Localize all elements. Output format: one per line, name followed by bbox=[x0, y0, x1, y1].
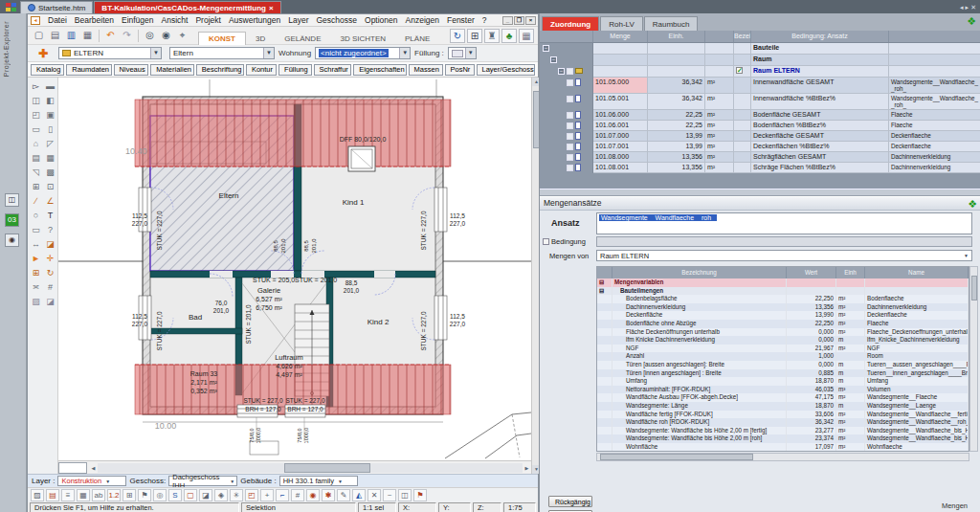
mengen-row[interactable]: Türen [innen angeschlagen] : Breite0,885… bbox=[597, 369, 969, 378]
menu-item-bearbeiten[interactable]: Bearbeiten bbox=[71, 15, 118, 25]
mirror-tool-icon[interactable]: ≍ bbox=[29, 280, 43, 294]
gebaeude-combo[interactable]: HH 330.1 family▼ bbox=[279, 476, 358, 486]
catalog-book-icon[interactable]: ◫ bbox=[5, 193, 19, 207]
mengen-row[interactable]: Wandfläche fertig [FFOK-RDUK]33,606m²Wan… bbox=[597, 411, 969, 419]
save-icon[interactable]: ▥ bbox=[64, 29, 78, 42]
menu-item-einfgen[interactable]: Einfügen bbox=[118, 15, 158, 25]
rect-tool-icon[interactable]: ▭ bbox=[29, 223, 43, 236]
wall-tool-icon[interactable]: ▬ bbox=[43, 79, 57, 93]
ceiling-tool-icon[interactable]: ▤ bbox=[29, 151, 43, 165]
table-row[interactable]: 101.05.00136,342m²Innenwandfläche %BtBez… bbox=[540, 94, 980, 110]
restore-icon[interactable]: ❐ bbox=[514, 16, 524, 25]
mengen-row[interactable]: lfm Knicke Dachinnenverkleidung0,000mlfm… bbox=[597, 336, 969, 345]
roof-edit-tool-icon[interactable]: ◸ bbox=[43, 137, 57, 150]
zoom-in-icon[interactable]: ◎ bbox=[143, 29, 157, 42]
row-checkbox[interactable] bbox=[567, 96, 573, 102]
zoom-out-icon[interactable]: ◉ bbox=[159, 29, 173, 42]
select-tool-icon[interactable]: ▻ bbox=[29, 79, 43, 93]
mengen-row[interactable]: Nettorauminhalt: [FFOK-RDUK]46,035m³Volu… bbox=[597, 386, 969, 394]
table-row[interactable]: 101.07.00113,99m²Deckenflächen %BtBez%De… bbox=[540, 142, 980, 152]
mengen-row[interactable]: Wohnfläche17,097m²Wohnflaeche bbox=[597, 443, 969, 452]
prop-button-posnr[interactable]: PosNr bbox=[445, 64, 475, 76]
dormer-tool-icon[interactable]: ◹ bbox=[29, 166, 43, 179]
rotate-tool-icon[interactable]: ↻ bbox=[43, 266, 57, 279]
menu-item-ansicht[interactable]: Ansicht bbox=[158, 15, 192, 25]
room-tool-icon[interactable]: ⊞ bbox=[29, 180, 43, 193]
chart-icon[interactable]: ◭ bbox=[352, 489, 366, 501]
row-checkbox[interactable] bbox=[567, 154, 573, 161]
rtab-rohlv[interactable]: Roh-LV bbox=[600, 16, 643, 31]
roof-tool-icon[interactable]: ⌂ bbox=[29, 137, 43, 150]
dimension-tool-icon[interactable]: ↔ bbox=[29, 237, 43, 251]
table-row[interactable]: −Bauteile bbox=[540, 43, 980, 55]
ansatz-input[interactable]: Wandsegmente__Wandflaeche__roh_ bbox=[596, 212, 972, 234]
menu-item-fenster[interactable]: Fenster bbox=[443, 15, 479, 25]
mengen-bottom-tab[interactable]: Mengen bbox=[942, 501, 968, 510]
help-tool-icon[interactable]: ? bbox=[43, 223, 57, 236]
menu-item-layer[interactable]: Layer bbox=[284, 15, 312, 25]
s-mode-icon[interactable]: S bbox=[168, 489, 182, 501]
window-tool-icon[interactable]: ◫ bbox=[29, 94, 43, 107]
mengen-row[interactable]: Wandfläche roh [RDOK-RDUK]36,342m²Wandse… bbox=[597, 418, 969, 427]
compass-icon[interactable]: ❖ bbox=[968, 198, 977, 211]
door-view-icon[interactable]: ◫ bbox=[398, 489, 412, 501]
symbol-tool-icon[interactable]: ◪ bbox=[43, 237, 57, 251]
prop-button-katalog[interactable]: Katalog bbox=[31, 64, 64, 76]
arrow-tool-icon[interactable]: ► bbox=[29, 252, 43, 265]
mengen-row[interactable]: Deckenfläche13,990m²Deckenflaeche bbox=[597, 311, 969, 320]
table-row[interactable]: 101.05.00036,342m²Innenwandfläche GESAMT… bbox=[540, 78, 980, 94]
compass-icon[interactable]: ❖ bbox=[967, 15, 976, 28]
mengen-row[interactable]: Wandsegmente: Wandfläche bis Höhe 2,00 m… bbox=[597, 427, 969, 435]
scroll-left-icon[interactable]: ◀ bbox=[89, 465, 98, 471]
flag-icon[interactable]: ⚑ bbox=[138, 489, 151, 501]
layer-stack-icon[interactable]: ▦ bbox=[519, 29, 534, 43]
angle-snap-icon[interactable]: ⌐ bbox=[276, 489, 289, 501]
beam-tool-icon[interactable]: ▭ bbox=[29, 122, 43, 136]
prop-button-eigenschaften[interactable]: Eigenschaften bbox=[353, 64, 406, 76]
column-tool-icon[interactable]: ▯ bbox=[43, 122, 57, 136]
mengen-row[interactable]: ⊟Mengenvariablen bbox=[597, 278, 969, 287]
prop-button-materialien[interactable]: Materialien bbox=[150, 64, 193, 76]
diamond-view-icon[interactable]: ◈ bbox=[214, 489, 228, 501]
delete-icon[interactable]: ✕ bbox=[368, 489, 381, 501]
star-snap-icon[interactable]: ✱ bbox=[322, 489, 335, 501]
prop-button-niveaus[interactable]: Niveaus bbox=[114, 64, 149, 76]
row-checkbox[interactable] bbox=[567, 133, 573, 140]
selection-box-icon[interactable]: ▢ bbox=[184, 489, 197, 501]
polyline-tool-icon[interactable]: ∠ bbox=[43, 194, 57, 208]
add-icon[interactable]: ✚ bbox=[28, 47, 58, 60]
target-snap-icon[interactable]: ◉ bbox=[306, 489, 320, 501]
table-row[interactable]: 101.06.00122,25m²Bodenflächen %BtBez%Fla… bbox=[540, 121, 980, 131]
view-tab-3d-sichten[interactable]: 3D SICHTEN bbox=[330, 33, 395, 45]
circle-tool-icon[interactable]: ○ bbox=[29, 209, 43, 222]
rtab-zuordnung[interactable]: Zuordnung bbox=[542, 16, 599, 31]
prop-button-beschriftung[interactable]: Beschriftung bbox=[196, 64, 244, 76]
mengen-row[interactable]: Türen [aussen angeschlagen]: Breite0,000… bbox=[597, 361, 969, 369]
print-icon[interactable]: ▤ bbox=[48, 29, 62, 42]
drawing-canvas[interactable]: 10.40DFF 80,0/120,0ElternKind 1112,5227,… bbox=[58, 78, 531, 474]
mengen-row[interactable]: Umfang18,870mUmfang bbox=[597, 377, 969, 386]
canvas-hscrollbar[interactable]: ◀ ▶ bbox=[58, 460, 531, 474]
row-checkbox[interactable] bbox=[567, 165, 573, 171]
new-document-icon[interactable]: ▢ bbox=[32, 29, 46, 42]
magnifier-icon[interactable]: ◎ bbox=[153, 489, 167, 501]
table-row[interactable]: −✓Raum ELTERN bbox=[540, 66, 980, 78]
curve-icon[interactable]: ~ bbox=[383, 489, 396, 501]
area-tool-icon[interactable]: ⊡ bbox=[43, 180, 57, 193]
table-row[interactable]: 101.08.00013,356m²Schrägflächen GESAMTDa… bbox=[540, 152, 980, 163]
prop-button-kontur[interactable]: Kontur bbox=[246, 64, 277, 76]
prop-button-schraffur[interactable]: Schraffur bbox=[314, 64, 352, 76]
mengen-row[interactable]: Dachinnenverkleidung13,356m²Dachinnenver… bbox=[597, 303, 969, 312]
mengen-row[interactable]: Wandsegmente: Wandfläche bis Höhe 2,00 m… bbox=[597, 434, 969, 443]
move-tool-icon[interactable]: ✛ bbox=[43, 252, 57, 265]
view-tab-konst[interactable]: KONST bbox=[198, 32, 246, 45]
menu-item-?[interactable]: ? bbox=[479, 15, 491, 25]
scroll-right-icon[interactable]: ▶ bbox=[523, 465, 531, 471]
green-check-icon[interactable]: ✓ bbox=[736, 67, 743, 74]
fill-color-combo[interactable]: ▼ bbox=[448, 47, 477, 59]
copy-tool-icon[interactable]: ⊞ bbox=[29, 266, 43, 279]
mengen-row[interactable]: Wandsegmente: Länge18,870mWandsegmente__… bbox=[597, 402, 969, 411]
measure-tool-icon[interactable]: # bbox=[43, 280, 57, 294]
undo-button[interactable]: Rückgängig bbox=[548, 496, 592, 507]
box-select-icon[interactable]: ⊞ bbox=[122, 489, 136, 501]
